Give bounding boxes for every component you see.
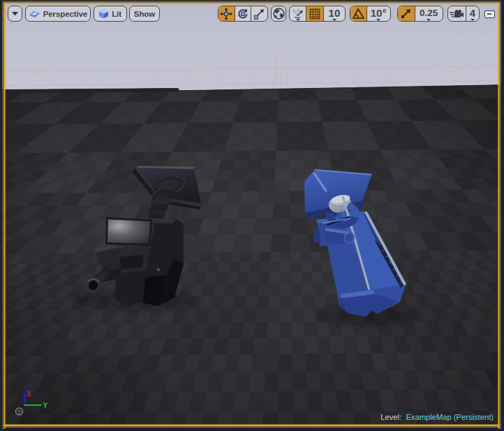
svg-text:Level: ExampleMap (Persistent: Level: ExampleMap (Persistent) bbox=[380, 413, 494, 421]
svg-text:X: X bbox=[27, 390, 32, 398]
svg-text:?: ? bbox=[17, 409, 22, 416]
svg-text:Y: Y bbox=[43, 402, 48, 409]
